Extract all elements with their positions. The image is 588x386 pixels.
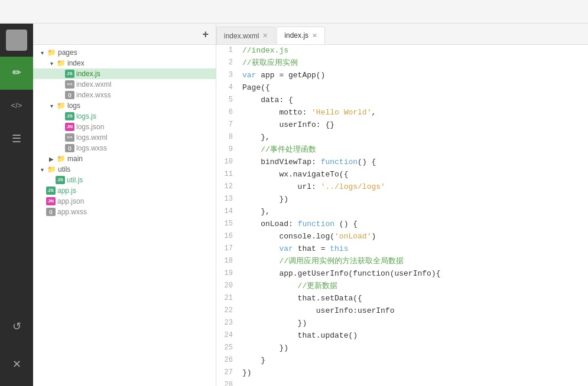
- tree-item-app_wxss[interactable]: {}app.wxss: [33, 207, 216, 217]
- line-number: 19: [216, 268, 240, 280]
- close-icon: ✕: [12, 358, 21, 371]
- code-line: 6 motto: 'Hello World',: [216, 107, 588, 119]
- line-content: motto: 'Hello World',: [240, 107, 376, 119]
- tree-label: app.wxss: [57, 208, 87, 216]
- tree-label: app.json: [57, 197, 84, 205]
- line-number: 4: [216, 82, 240, 94]
- minimize-button[interactable]: [544, 7, 554, 17]
- file-type-badge: JS: [65, 112, 74, 120]
- code-line: 9 //事件处理函数: [216, 144, 588, 156]
- avatar[interactable]: [6, 30, 27, 51]
- tab-close-button[interactable]: ✕: [312, 32, 317, 39]
- menu-help[interactable]: [34, 11, 39, 13]
- line-content: userInfo:userInfo: [240, 305, 394, 318]
- code-line: 8 },: [216, 132, 588, 144]
- line-number: 15: [216, 218, 240, 231]
- line-content: //调用应用实例的方法获取全局数据: [240, 256, 404, 268]
- line-number: 3: [216, 70, 240, 82]
- tab-bar: index.wxml✕index.js✕: [216, 24, 588, 45]
- code-editor[interactable]: 1//index.js2//获取应用实例3var app = getApp()4…: [216, 45, 588, 386]
- line-content: wx.navigateTo({: [240, 169, 348, 181]
- code-line: 24 that.update(): [216, 330, 588, 342]
- line-number: 8: [216, 132, 240, 144]
- window-controls: [544, 7, 582, 17]
- close-button[interactable]: [573, 7, 582, 17]
- tree-label: app.js: [57, 187, 76, 195]
- file-type-badge: JS: [46, 187, 56, 195]
- file-type-badge: JS: [56, 176, 65, 184]
- line-number: 10: [216, 156, 240, 169]
- sidebar-item-debug[interactable]: </>: [0, 90, 33, 123]
- file-type-badge: {}: [46, 208, 56, 216]
- tree-item-pages[interactable]: ▾📁pages: [33, 47, 216, 58]
- line-number: 14: [216, 206, 240, 218]
- line-number: 26: [216, 355, 240, 367]
- menu-settings[interactable]: [6, 11, 11, 13]
- tree-item-logs_json[interactable]: JNlogs.json: [33, 122, 216, 132]
- sidebar-item-close[interactable]: ✕: [0, 348, 33, 381]
- code-line: 17 var that = this: [216, 243, 588, 256]
- code-line: 14 },: [216, 206, 588, 218]
- file-type-badge: {}: [65, 91, 74, 99]
- maximize-button[interactable]: [558, 7, 568, 17]
- code-line: 18 //调用应用实例的方法获取全局数据: [216, 256, 588, 268]
- tree-label: pages: [58, 48, 77, 57]
- tree-item-app_js[interactable]: JSapp.js: [33, 185, 216, 196]
- tree-item-index_wxml[interactable]: <>index.wxml: [33, 79, 216, 90]
- code-line: 16 console.log('onLoad'): [216, 231, 588, 243]
- line-content: console.log('onLoad'): [240, 231, 376, 243]
- sidebar-item-project[interactable]: ☰: [0, 123, 33, 156]
- code-line: 15 onLoad: function () {: [216, 218, 588, 231]
- tree-item-logs_js[interactable]: JSlogs.js: [33, 111, 216, 122]
- tree-label: index.js: [76, 70, 100, 78]
- line-number: 11: [216, 169, 240, 181]
- line-number: 22: [216, 305, 240, 318]
- file-type-badge: JN: [46, 197, 56, 205]
- tree-arrow: ▶: [47, 156, 56, 162]
- line-number: 23: [216, 318, 240, 330]
- tab-js[interactable]: index.js✕: [277, 27, 325, 44]
- menu-action[interactable]: [20, 11, 25, 13]
- tree-label: logs.wxss: [76, 144, 107, 152]
- line-content: [240, 380, 242, 386]
- line-content: var that = this: [240, 243, 348, 256]
- tree-label: index.wxss: [76, 91, 111, 99]
- line-number: 5: [216, 94, 240, 107]
- tree-item-main[interactable]: ▶📁main: [33, 153, 216, 164]
- tree-item-app_json[interactable]: JNapp.json: [33, 196, 216, 207]
- add-file-button[interactable]: +: [202, 29, 209, 40]
- code-line: 22 userInfo:userInfo: [216, 305, 588, 318]
- sidebar-item-editor[interactable]: ✏: [0, 57, 33, 90]
- tree-item-index_wxss[interactable]: {}index.wxss: [33, 90, 216, 100]
- line-content: that.setData({: [240, 293, 362, 305]
- line-content: }): [240, 318, 307, 330]
- tree-arrow: ▾: [47, 60, 56, 67]
- line-number: 24: [216, 330, 240, 342]
- line-number: 1: [216, 45, 240, 57]
- tree-item-index[interactable]: ▾📁index: [33, 58, 216, 68]
- code-line: 10 bindViewTap: function() {: [216, 156, 588, 169]
- line-number: 16: [216, 231, 240, 243]
- sidebar-item-compile[interactable]: ↺: [0, 310, 33, 344]
- line-content: },: [240, 206, 270, 218]
- tree-label: index: [67, 59, 85, 67]
- tree-item-util_js[interactable]: JSutil.js: [33, 175, 216, 185]
- tab-wxml[interactable]: index.wxml✕: [216, 27, 275, 44]
- line-number: 20: [216, 280, 240, 293]
- tree-item-utils[interactable]: ▾📁utils: [33, 164, 216, 175]
- tree-item-index_js[interactable]: JSindex.js: [33, 68, 216, 79]
- tree-item-logs[interactable]: ▾📁logs: [33, 100, 216, 111]
- line-number: 6: [216, 107, 240, 119]
- line-content: Page({: [240, 82, 270, 94]
- line-content: data: {: [240, 94, 293, 107]
- file-panel: + ▾📁pages▾📁indexJSindex.js<>index.wxml{}…: [33, 24, 216, 386]
- folder-icon: 📁: [46, 165, 57, 174]
- folder-icon: 📁: [56, 155, 66, 163]
- code-line: 3var app = getApp(): [216, 70, 588, 82]
- tree-item-logs_wxml[interactable]: <>logs.wxml: [33, 132, 216, 143]
- tab-close-button[interactable]: ✕: [262, 32, 268, 39]
- line-number: 13: [216, 194, 240, 206]
- line-content: app.getUserInfo(function(userInfo){: [240, 268, 440, 280]
- tree-item-logs_wxss[interactable]: {}logs.wxss: [33, 143, 216, 153]
- line-content: }): [240, 342, 288, 355]
